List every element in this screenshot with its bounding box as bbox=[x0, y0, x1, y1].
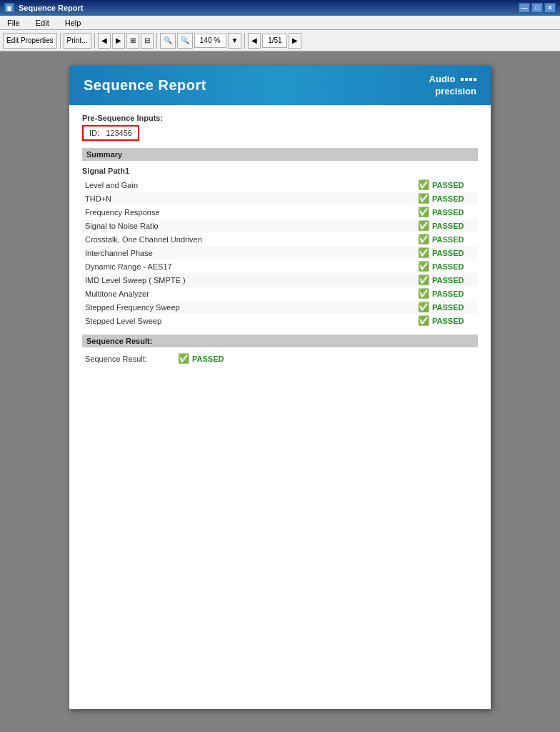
results-table: Level and Gain ✅ PASSED THD+N ✅ PASSED F… bbox=[82, 178, 478, 327]
check-icon: ✅ bbox=[418, 179, 429, 190]
logo-dot-4 bbox=[474, 78, 476, 81]
sequence-result-label: Sequence Result: bbox=[85, 355, 178, 363]
pass-text: PASSED bbox=[432, 249, 464, 257]
result-label: Interchannel Phase bbox=[85, 249, 418, 257]
pass-indicator: ✅ PASSED bbox=[418, 274, 475, 285]
logo-dot-2 bbox=[465, 78, 468, 81]
pass-indicator: ✅ PASSED bbox=[418, 288, 475, 299]
toolbar-icon-4[interactable]: ⊟ bbox=[141, 33, 154, 49]
pass-indicator: ✅ PASSED bbox=[418, 193, 475, 204]
report-page: Sequence Report Audio precision Pre-Sequ… bbox=[69, 66, 491, 709]
sequence-result-row: Sequence Result: ✅ PASSED bbox=[82, 352, 478, 365]
table-row: Stepped Frequency Sweep ✅ PASSED bbox=[82, 300, 478, 314]
close-button[interactable]: ✕ bbox=[544, 3, 556, 13]
toolbar: Edit Properties Print... ◀ ▶ ⊞ ⊟ 🔍 🔍 ▼ ◀… bbox=[0, 30, 560, 51]
result-label: Stepped Level Sweep bbox=[85, 317, 418, 325]
check-icon: ✅ bbox=[418, 302, 429, 312]
toolbar-icon-3[interactable]: ⊞ bbox=[126, 33, 139, 49]
check-icon: ✅ bbox=[418, 193, 429, 204]
toolbar-separator-2 bbox=[94, 33, 95, 49]
zoom-dropdown-button[interactable]: ▼ bbox=[228, 33, 242, 49]
title-bar: 📋 Sequence Report — □ ✕ bbox=[0, 0, 560, 16]
table-row: Interchannel Phase ✅ PASSED bbox=[82, 246, 478, 259]
summary-header: Summary bbox=[82, 148, 478, 161]
pass-text: PASSED bbox=[432, 303, 464, 312]
result-label: Signal to Noise Ratio bbox=[85, 222, 418, 230]
table-row: Signal to Noise Ratio ✅ PASSED bbox=[82, 219, 478, 232]
check-icon: ✅ bbox=[418, 247, 429, 258]
zoom-control bbox=[194, 34, 226, 48]
pass-text: PASSED bbox=[432, 208, 464, 217]
page-control bbox=[262, 34, 287, 48]
pass-text: PASSED bbox=[432, 262, 464, 271]
toolbar-separator-4 bbox=[244, 33, 245, 49]
logo-line1: Audio bbox=[429, 74, 456, 84]
print-button[interactable]: Print... bbox=[64, 33, 91, 49]
id-box: ID: 123456 bbox=[82, 125, 139, 141]
report-title: Sequence Report bbox=[84, 77, 206, 94]
logo-dot-3 bbox=[469, 78, 472, 81]
check-icon: ✅ bbox=[418, 234, 429, 244]
table-row: IMD Level Sweep ( SMPTE ) ✅ PASSED bbox=[82, 273, 478, 287]
pass-indicator: ✅ PASSED bbox=[418, 207, 475, 217]
menu-help[interactable]: Help bbox=[61, 17, 86, 29]
result-label: Stepped Frequency Sweep bbox=[85, 303, 418, 312]
pass-indicator: ✅ PASSED bbox=[418, 234, 475, 244]
nav-next-button[interactable]: ▶ bbox=[289, 33, 301, 49]
id-value: 123456 bbox=[106, 129, 132, 137]
pass-text: PASSED bbox=[432, 235, 464, 244]
signal-path-label: Signal Path1 bbox=[82, 165, 478, 177]
sequence-pass-indicator: ✅ PASSED bbox=[178, 353, 235, 364]
pass-indicator: ✅ PASSED bbox=[418, 220, 475, 231]
pass-text: PASSED bbox=[432, 181, 464, 189]
pass-text: PASSED bbox=[432, 290, 464, 298]
result-label: Dynamic Range - AES17 bbox=[85, 262, 418, 271]
table-row: THD+N ✅ PASSED bbox=[82, 192, 478, 205]
check-icon: ✅ bbox=[418, 315, 429, 326]
restore-button[interactable]: □ bbox=[531, 3, 543, 13]
check-icon: ✅ bbox=[418, 288, 429, 299]
pass-indicator: ✅ PASSED bbox=[418, 302, 475, 312]
check-icon: ✅ bbox=[418, 207, 429, 217]
toolbar-icon-5[interactable]: 🔍 bbox=[160, 33, 176, 49]
pass-text: PASSED bbox=[432, 317, 464, 325]
menu-edit[interactable]: Edit bbox=[31, 17, 54, 29]
menu-file[interactable]: File bbox=[3, 17, 24, 29]
table-row: Dynamic Range - AES17 ✅ PASSED bbox=[82, 259, 478, 273]
edit-properties-button[interactable]: Edit Properties bbox=[3, 33, 57, 49]
sequence-result-header: Sequence Result: bbox=[82, 335, 478, 347]
sequence-pass-text: PASSED bbox=[192, 355, 224, 363]
main-content-area: Sequence Report Audio precision Pre-Sequ… bbox=[0, 51, 560, 732]
result-label: IMD Level Sweep ( SMPTE ) bbox=[85, 276, 418, 285]
ap-logo: Audio precision bbox=[429, 74, 476, 98]
sequence-check-icon: ✅ bbox=[178, 353, 189, 364]
pass-indicator: ✅ PASSED bbox=[418, 247, 475, 258]
toolbar-icon-1[interactable]: ◀ bbox=[98, 33, 111, 49]
check-icon: ✅ bbox=[418, 274, 429, 285]
toolbar-icon-2[interactable]: ▶ bbox=[112, 33, 125, 49]
pass-text: PASSED bbox=[432, 194, 464, 203]
result-label: THD+N bbox=[85, 194, 418, 203]
table-row: Multitone Analyzer ✅ PASSED bbox=[82, 287, 478, 300]
zoom-input[interactable] bbox=[194, 34, 226, 48]
logo-line2: precision bbox=[435, 86, 476, 97]
toolbar-icon-6[interactable]: 🔍 bbox=[177, 33, 193, 49]
result-label: Multitone Analyzer bbox=[85, 290, 418, 298]
pass-text: PASSED bbox=[432, 222, 464, 230]
window-title: Sequence Report bbox=[19, 4, 83, 12]
result-label: Crosstalk, One Channel Undriven bbox=[85, 235, 418, 244]
check-icon: ✅ bbox=[418, 261, 429, 272]
window-icon: 📋 bbox=[4, 3, 14, 13]
nav-prev-button[interactable]: ◀ bbox=[248, 33, 261, 49]
logo-dot-1 bbox=[461, 78, 464, 81]
result-label: Level and Gain bbox=[85, 181, 418, 189]
pass-indicator: ✅ PASSED bbox=[418, 179, 475, 190]
check-icon: ✅ bbox=[418, 220, 429, 231]
page-input[interactable] bbox=[262, 34, 287, 48]
toolbar-separator-1 bbox=[60, 33, 61, 49]
minimize-button[interactable]: — bbox=[519, 3, 530, 13]
table-row: Stepped Level Sweep ✅ PASSED bbox=[82, 314, 478, 327]
pre-sequence-label: Pre-Sequence Inputs: bbox=[82, 114, 478, 122]
menu-bar: File Edit Help bbox=[0, 16, 560, 30]
id-label: ID: bbox=[89, 129, 99, 137]
